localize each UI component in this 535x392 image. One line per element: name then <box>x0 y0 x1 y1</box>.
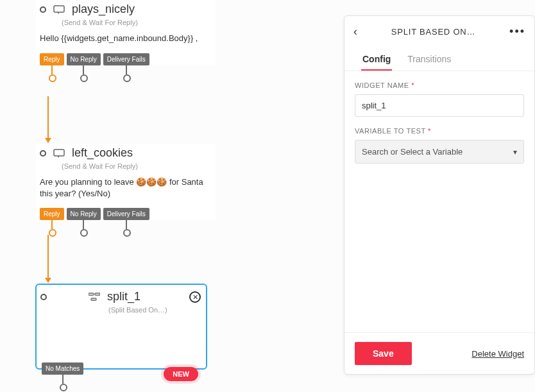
tab-config[interactable]: Config <box>361 49 392 71</box>
split-icon <box>88 292 101 302</box>
variable-select-placeholder: Search or Select a Variable <box>362 147 463 157</box>
transition-reply[interactable]: Reply <box>40 208 64 220</box>
variable-select[interactable]: Search or Select a Variable ▾ <box>355 140 524 164</box>
drag-handle-icon[interactable] <box>40 294 47 300</box>
back-icon[interactable]: ‹ <box>353 25 357 38</box>
transition-no-reply[interactable]: No Reply <box>67 53 101 65</box>
drag-handle-icon[interactable] <box>40 150 46 157</box>
more-menu-icon[interactable]: ••• <box>509 25 525 38</box>
widget-name-label: WIDGET NAME * <box>355 81 524 89</box>
svg-rect-0 <box>54 6 64 12</box>
widget-name-input[interactable] <box>355 94 524 117</box>
drag-handle-icon[interactable] <box>40 6 46 13</box>
widget-subtitle: (Split Based On…) <box>108 306 206 314</box>
tab-transitions[interactable]: Transitions <box>406 49 452 71</box>
svg-rect-2 <box>89 293 94 295</box>
widget-split-1[interactable]: split_1 (Split Based On…) ✕ No Matches N… <box>35 284 207 370</box>
svg-rect-3 <box>95 293 100 295</box>
variable-to-test-label: VARIABLE TO TEST * <box>355 127 524 135</box>
widget-title: split_1 <box>107 290 140 303</box>
widget-subtitle: (Send & Wait For Reply) <box>62 19 216 26</box>
transition-reply[interactable]: Reply <box>40 53 64 65</box>
widget-title: plays_nicely <box>72 3 135 16</box>
widget-body: Hello {{widgets.get_name.inbound.Body}} … <box>36 26 216 53</box>
flow-edge <box>47 235 49 282</box>
flow-edge <box>47 96 49 142</box>
flow-canvas[interactable]: plays_nicely (Send & Wait For Reply) Hel… <box>0 0 337 392</box>
widget-plays-nicely[interactable]: plays_nicely (Send & Wait For Reply) Hel… <box>36 0 216 65</box>
widget-subtitle: (Send & Wait For Reply) <box>62 162 216 170</box>
inspector-panel: ‹ SPLIT BASED ON… ••• Config Transitions… <box>344 15 535 375</box>
svg-rect-1 <box>54 149 64 156</box>
svg-rect-4 <box>91 298 96 300</box>
chat-icon <box>53 148 65 158</box>
transition-no-matches[interactable]: No Matches <box>42 362 83 375</box>
save-button[interactable]: Save <box>355 342 412 365</box>
chevron-down-icon: ▾ <box>513 148 517 157</box>
transition-delivery-fails[interactable]: Delivery Fails <box>103 53 149 65</box>
transition-no-reply[interactable]: No Reply <box>67 208 101 220</box>
transition-delivery-fails[interactable]: Delivery Fails <box>103 208 149 220</box>
widget-body: Are you planning to leave 🍪🍪🍪 for Santa … <box>36 170 216 208</box>
widget-left-cookies[interactable]: left_cookies (Send & Wait For Reply) Are… <box>36 144 216 220</box>
panel-tabs: Config Transitions <box>344 45 534 71</box>
chat-icon <box>53 4 65 15</box>
new-transition-button[interactable]: NEW <box>164 367 198 381</box>
delete-widget-link[interactable]: Delete Widget <box>471 349 524 359</box>
close-icon[interactable]: ✕ <box>189 291 201 303</box>
widget-title: left_cookies <box>72 146 133 160</box>
panel-title: SPLIT BASED ON… <box>391 27 475 37</box>
